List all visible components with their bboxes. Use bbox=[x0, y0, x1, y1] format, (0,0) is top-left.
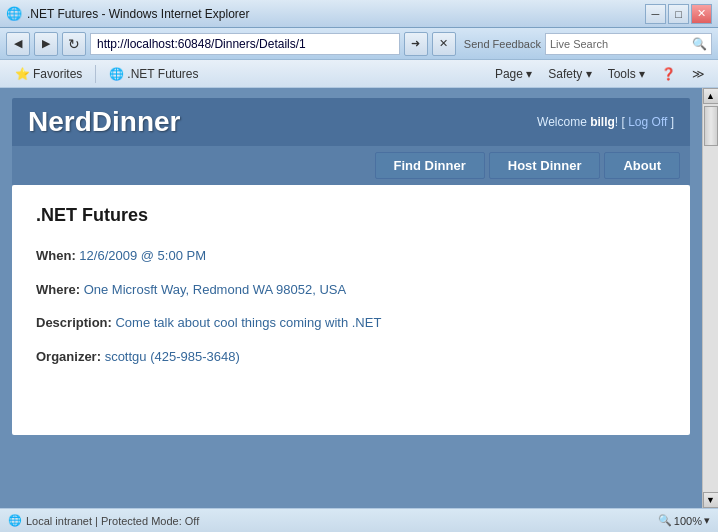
app-title: NerdDinner bbox=[28, 106, 180, 138]
where-value: One Microsft Way, Redmond WA 98052, USA bbox=[84, 282, 347, 297]
safety-menu-button[interactable]: Safety ▾ bbox=[541, 63, 598, 85]
toolbar-right: Page ▾ Safety ▾ Tools ▾ ❓ ≫ bbox=[488, 63, 712, 85]
search-icon[interactable]: 🔍 bbox=[692, 37, 707, 51]
live-search-input[interactable] bbox=[610, 38, 690, 50]
scrollbar: ▲ ▼ bbox=[702, 88, 718, 508]
browser-icon: 🌐 bbox=[6, 6, 22, 22]
nav-about[interactable]: About bbox=[604, 152, 680, 179]
where-row: Where: One Microsft Way, Redmond WA 9805… bbox=[36, 280, 666, 300]
description-row: Description: Come talk about cool things… bbox=[36, 313, 666, 333]
star-icon: ⭐ bbox=[15, 67, 30, 81]
dotnet-futures-tab[interactable]: 🌐 .NET Futures bbox=[100, 63, 207, 85]
favorites-bar: ⭐ Favorites 🌐 .NET Futures Page ▾ Safety… bbox=[0, 60, 718, 88]
when-label: When: bbox=[36, 248, 76, 263]
ie-icon: 🌐 bbox=[109, 67, 124, 81]
page-content: NerdDinner Welcome billg! [ Log Off ] Fi… bbox=[0, 88, 702, 508]
zoom-button[interactable]: 🔍 100% ▾ bbox=[658, 514, 710, 527]
when-row: When: 12/6/2009 @ 5:00 PM bbox=[36, 246, 666, 266]
back-button[interactable]: ◀ bbox=[6, 32, 30, 56]
username: billg bbox=[590, 115, 615, 129]
restore-button[interactable]: □ bbox=[668, 4, 689, 24]
minimize-button[interactable]: ─ bbox=[645, 4, 666, 24]
when-value: 12/6/2009 @ 5:00 PM bbox=[79, 248, 206, 263]
live-search-label: Live Search bbox=[550, 38, 608, 50]
help-button[interactable]: ❓ bbox=[654, 63, 683, 85]
scroll-thumb[interactable] bbox=[704, 106, 718, 146]
zoom-icon: 🔍 bbox=[658, 514, 672, 527]
nav-find-dinner[interactable]: Find Dinner bbox=[375, 152, 485, 179]
page-wrapper: NerdDinner Welcome billg! [ Log Off ] Fi… bbox=[0, 88, 718, 508]
scroll-up-button[interactable]: ▲ bbox=[703, 88, 719, 104]
main-content: .NET Futures When: 12/6/2009 @ 5:00 PM W… bbox=[12, 185, 690, 435]
organizer-label: Organizer: bbox=[36, 349, 101, 364]
app-nav: Find Dinner Host Dinner About bbox=[12, 146, 690, 185]
description-label: Description: bbox=[36, 315, 112, 330]
refresh-button[interactable]: ↻ bbox=[62, 32, 86, 56]
close-button[interactable]: ✕ bbox=[691, 4, 712, 24]
status-right: 🔍 100% ▾ bbox=[658, 514, 710, 527]
title-bar: 🌐 .NET Futures - Windows Internet Explor… bbox=[0, 0, 718, 28]
scroll-down-button[interactable]: ▼ bbox=[703, 492, 719, 508]
status-left: 🌐 Local intranet | Protected Mode: Off bbox=[8, 514, 650, 528]
url-input[interactable] bbox=[90, 33, 400, 55]
tools-menu-button[interactable]: Tools ▾ bbox=[601, 63, 652, 85]
page-menu-button[interactable]: Page ▾ bbox=[488, 63, 539, 85]
live-search-box: Live Search 🔍 bbox=[545, 33, 712, 55]
app-header: NerdDinner Welcome billg! [ Log Off ] bbox=[12, 98, 690, 146]
go-button[interactable]: ➜ bbox=[404, 32, 428, 56]
stop-button[interactable]: ✕ bbox=[432, 32, 456, 56]
send-feedback-link[interactable]: Send Feedback bbox=[464, 38, 541, 50]
welcome-message: Welcome billg! [ Log Off ] bbox=[537, 115, 674, 129]
separator bbox=[95, 65, 96, 83]
nav-host-dinner[interactable]: Host Dinner bbox=[489, 152, 601, 179]
status-bar: 🌐 Local intranet | Protected Mode: Off 🔍… bbox=[0, 508, 718, 532]
organizer-row: Organizer: scottgu (425-985-3648) bbox=[36, 347, 666, 367]
favorites-button[interactable]: ⭐ Favorites bbox=[6, 63, 91, 85]
zone-icon: 🌐 bbox=[8, 514, 22, 528]
scroll-track[interactable] bbox=[703, 104, 718, 492]
window-title: .NET Futures - Windows Internet Explorer bbox=[27, 7, 645, 21]
logoff-link[interactable]: Log Off bbox=[628, 115, 667, 129]
forward-button[interactable]: ▶ bbox=[34, 32, 58, 56]
zoom-level: 100% bbox=[674, 515, 702, 527]
where-label: Where: bbox=[36, 282, 80, 297]
dinner-title: .NET Futures bbox=[36, 205, 666, 226]
organizer-value: scottgu (425-985-3648) bbox=[105, 349, 240, 364]
description-value: Come talk about cool things coming with … bbox=[115, 315, 381, 330]
zoom-chevron: ▾ bbox=[704, 514, 710, 527]
address-bar: ◀ ▶ ↻ ➜ ✕ Send Feedback Live Search 🔍 bbox=[0, 28, 718, 60]
window-controls: ─ □ ✕ bbox=[645, 4, 712, 24]
zone-text: Local intranet | Protected Mode: Off bbox=[26, 515, 199, 527]
command-bar-toggle[interactable]: ≫ bbox=[685, 63, 712, 85]
